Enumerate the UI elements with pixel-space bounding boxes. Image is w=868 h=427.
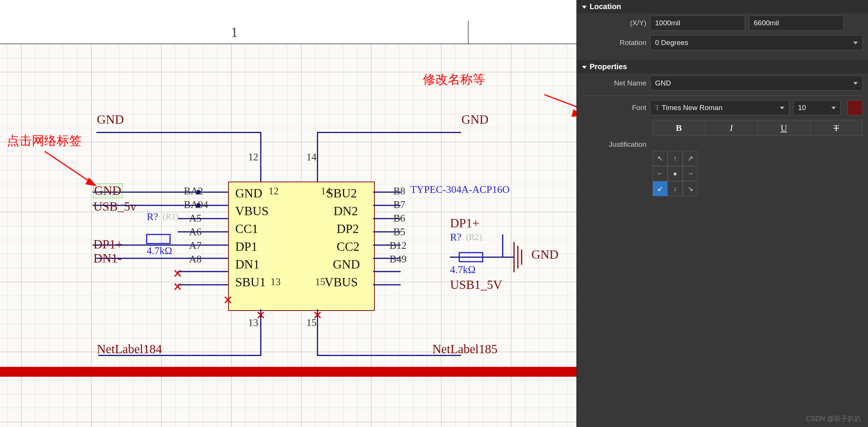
justify-tc[interactable]: ↑ <box>668 151 683 166</box>
justify-ml[interactable]: ← <box>652 166 668 181</box>
label-netname: Net Name <box>582 79 646 87</box>
svg-marker-5 <box>572 110 576 116</box>
ic-pin-vbus: VBUS <box>235 204 269 218</box>
justify-tl[interactable]: ↖ <box>652 151 668 166</box>
svg-rect-2 <box>147 234 170 244</box>
netlabel-gnd-top-right[interactable]: GND <box>461 113 489 127</box>
justification-grid: ↖ ↑ ↗ ← ● → ↙ ↓ ↘ <box>652 151 868 196</box>
r2-ref[interactable]: R? <box>450 231 461 243</box>
netlabel-185[interactable]: NetLabel185 <box>432 342 497 356</box>
caret-down-icon <box>582 6 587 9</box>
netlabel-184[interactable]: NetLabel184 <box>97 342 162 356</box>
ic-pin-dn1: DN1 <box>235 258 259 272</box>
pin-b5: B5 <box>393 226 405 238</box>
justify-br[interactable]: ↘ <box>683 181 698 196</box>
pin-b49: B49 <box>390 253 407 265</box>
inner-13: 13 <box>270 276 281 288</box>
schematic-canvas[interactable]: 1 <box>0 0 576 427</box>
divider <box>582 95 863 96</box>
section-header-properties[interactable]: Properties <box>577 60 868 73</box>
font-icon: T <box>655 104 660 112</box>
section-header-location[interactable]: Location <box>577 0 868 13</box>
inner-14: 14 <box>321 185 331 197</box>
pin-bot-13: 13 <box>248 317 258 329</box>
netlabel-dn1-minus[interactable]: DN1- <box>93 252 122 266</box>
bold-button[interactable]: B <box>652 120 705 136</box>
pin-ba94: BA94 <box>184 199 208 211</box>
properties-panel: Location (X/Y) 1000mil 6600mil Rotation … <box>576 0 868 427</box>
ic-pin-cc2: CC2 <box>337 240 360 254</box>
underline-button[interactable]: U <box>758 120 811 136</box>
pin-b8: B8 <box>393 185 405 197</box>
justify-mr[interactable]: → <box>683 166 698 181</box>
netlabel-gnd-top-left[interactable]: GND <box>97 113 124 127</box>
ic-pin-vbus-r: VBUS <box>325 275 358 289</box>
label-font: Font <box>582 104 646 112</box>
pin-a5: A5 <box>189 213 202 224</box>
ic-pin-dp1: DP1 <box>235 240 258 254</box>
pin-a8: A8 <box>189 253 202 265</box>
r1-value[interactable]: 4.7kΩ <box>147 245 172 257</box>
inner-12: 12 <box>269 185 279 197</box>
r2-alt: (R2) <box>466 232 482 242</box>
dropdown-font-family[interactable]: TTimes New Roman <box>650 100 789 115</box>
netlabel-gnd-sym[interactable]: GND <box>531 248 559 262</box>
justify-bc[interactable]: ↓ <box>668 181 683 196</box>
pin-a7: A7 <box>189 240 202 252</box>
caret-down-icon <box>582 66 587 69</box>
label-rotation: Rotation <box>582 39 646 47</box>
dropdown-netname[interactable]: GND <box>650 76 863 91</box>
dropdown-font-size[interactable]: 10 <box>793 100 841 115</box>
netlabel-usb-5v[interactable]: USB_5v <box>93 200 137 214</box>
inner-15: 15 <box>315 276 325 288</box>
watermark: CSDN @菲子叭叭 <box>806 414 861 423</box>
netlabel-dp1-plus[interactable]: DP1+ <box>93 238 123 252</box>
r1-alt: (R1) <box>163 212 179 222</box>
ic-pin-gnd-r: GND <box>333 258 360 272</box>
ic-pin-sbu2: SBU2 <box>326 186 357 200</box>
label-xy: (X/Y) <box>582 19 646 27</box>
ic-pin-gnd: GND <box>235 186 262 200</box>
pin-ba2: BA2 <box>184 185 203 197</box>
ic-pin-sbu1: SBU1 <box>235 275 266 289</box>
netlabel-gnd-selected[interactable]: GND <box>93 184 122 198</box>
netlabel-usb1-5v[interactable]: USB1_5V <box>450 278 502 292</box>
pin-b7: B7 <box>393 199 405 211</box>
pin-bot-15: 15 <box>306 317 317 329</box>
input-y[interactable]: 6600mil <box>749 16 844 31</box>
pin-b6: B6 <box>393 213 405 224</box>
annotation-modify-name: 修改名称等 <box>423 71 485 88</box>
italic-button[interactable]: I <box>705 120 758 136</box>
label-justification: Justification <box>582 140 646 149</box>
ic-pin-dn2: DN2 <box>334 204 358 218</box>
pin-a6: A6 <box>189 226 202 238</box>
part-designator[interactable]: TYPEC-304A-ACP16O <box>410 184 510 196</box>
sheet-border-bottom-bar <box>0 367 576 377</box>
strike-button[interactable]: T <box>810 120 863 136</box>
schematic-wires <box>0 0 576 427</box>
justify-bl[interactable]: ↙ <box>652 181 668 196</box>
annotation-click-label: 点击网络标签 <box>7 132 82 149</box>
pin-top-14: 14 <box>306 151 317 163</box>
input-x[interactable]: 1000mil <box>650 16 745 31</box>
ic-pin-dp2: DP2 <box>337 222 359 236</box>
r2-value[interactable]: 4.7kΩ <box>450 264 475 276</box>
pin-b12: B12 <box>390 240 407 252</box>
format-button-row: B I U T <box>652 120 863 136</box>
justify-tr[interactable]: ↗ <box>683 151 698 166</box>
dropdown-rotation[interactable]: 0 Degrees <box>650 35 863 50</box>
netlabel-dp1-plus-r[interactable]: DP1+ <box>450 216 479 230</box>
pin-top-12: 12 <box>248 151 258 163</box>
color-swatch[interactable] <box>848 100 863 115</box>
ic-pin-cc1: CC1 <box>235 222 258 236</box>
justify-mc[interactable]: ● <box>668 166 683 181</box>
r1-ref[interactable]: R? <box>147 211 158 223</box>
